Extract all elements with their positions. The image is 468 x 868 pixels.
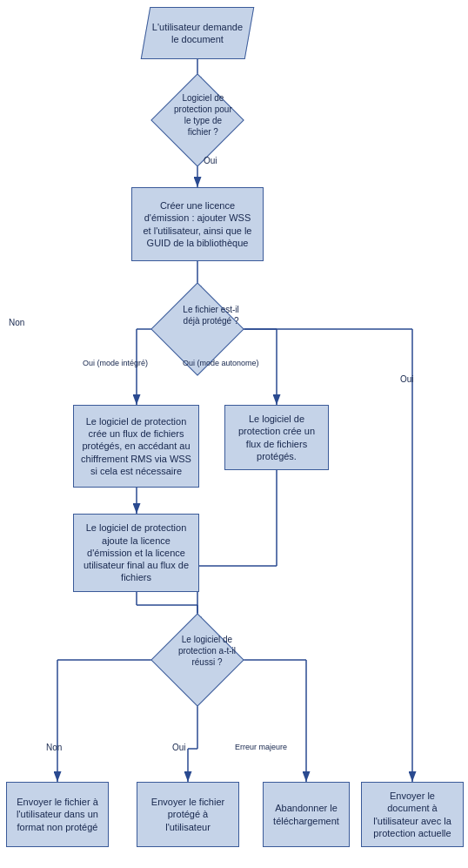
box2-shape: Envoyer le fichier protégé à l'utilisate… xyxy=(137,782,239,847)
start-shape: L'utilisateur demande le document xyxy=(141,7,255,59)
decision1-shape: Logiciel de protection pour le type de f… xyxy=(150,73,244,166)
oui1-label: Oui xyxy=(204,156,217,165)
decision3-label: Le logiciel de protection a-t-il réussi … xyxy=(175,632,239,670)
erreur-label: Erreur majeure xyxy=(235,743,287,751)
box1-shape: Envoyer le fichier à l'utilisateur dans … xyxy=(6,782,109,847)
oui2b-label: Oui (mode autonome) xyxy=(183,359,259,367)
box2-label: Envoyer le fichier protégé à l'utilisate… xyxy=(144,796,231,833)
decision3-wrap: Le logiciel de protection a-t-il réussi … xyxy=(164,627,231,693)
rect4-shape: Le logiciel de protection ajoute la lice… xyxy=(73,514,199,592)
decision2-label: Le fichier est-il déjà protégé ? xyxy=(179,302,244,328)
oui2a-label: Oui (mode intégré) xyxy=(83,359,148,367)
box3-shape: Abandonner le téléchargement xyxy=(263,782,350,847)
box1-label: Envoyer le fichier à l'utilisateur dans … xyxy=(14,796,101,833)
box3-label: Abandonner le téléchargement xyxy=(271,802,342,827)
decision1-wrap: Logiciel de protection pour le type de f… xyxy=(164,87,231,153)
rect2-label: Le logiciel de protection crée un flux d… xyxy=(81,415,191,477)
start-label: L'utilisateur demande le document xyxy=(146,17,249,50)
rect4-label: Le logiciel de protection ajoute la lice… xyxy=(81,521,191,583)
non2-label: Non xyxy=(9,318,24,327)
box4-shape: Envoyer le document à l'utilisateur avec… xyxy=(361,782,464,847)
rect2-shape: Le logiciel de protection crée un flux d… xyxy=(73,405,199,488)
non3-label: Non xyxy=(46,743,62,752)
decision1-label: Logiciel de protection pour le type de f… xyxy=(170,91,235,139)
oui-right-label: Oui xyxy=(400,374,414,384)
oui3-label: Oui xyxy=(172,743,186,752)
box4-label: Envoyer le document à l'utilisateur avec… xyxy=(369,790,456,839)
decision3-shape: Le logiciel de protection a-t-il réussi … xyxy=(150,613,244,706)
decision2-wrap: Le fichier est-il déjà protégé ? xyxy=(164,296,231,362)
rect1-label: Créer une licence d'émission : ajouter W… xyxy=(139,199,256,249)
flowchart: L'utilisateur demande le document Logici… xyxy=(0,0,468,868)
rect3-label: Le logiciel de protection crée un flux d… xyxy=(232,413,321,462)
rect3-shape: Le logiciel de protection crée un flux d… xyxy=(224,405,329,470)
rect1-shape: Créer une licence d'émission : ajouter W… xyxy=(131,187,264,261)
